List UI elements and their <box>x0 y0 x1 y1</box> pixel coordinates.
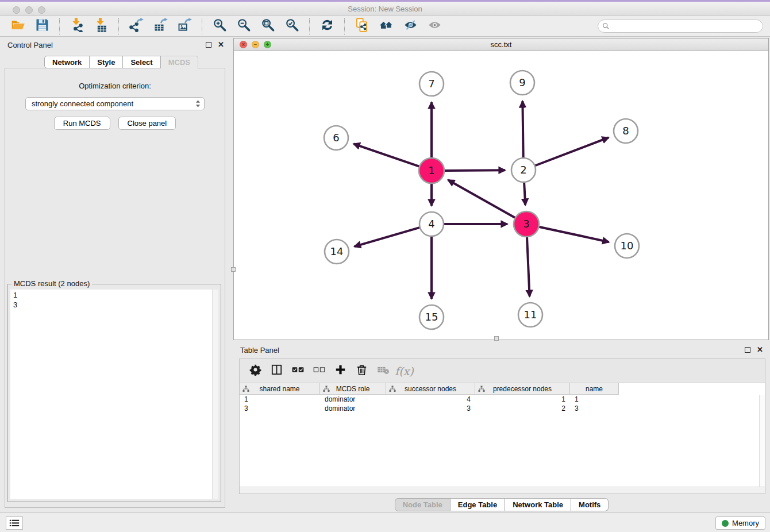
tab-network[interactable]: Network <box>44 56 90 68</box>
tab-node-table[interactable]: Node Table <box>395 498 451 511</box>
cell-successor-nodes: 3 <box>386 404 475 413</box>
select-all-button[interactable] <box>287 363 309 380</box>
column-header-predecessor-nodes[interactable]: predecessor nodes <box>475 383 570 395</box>
graph-node-10[interactable]: 10 <box>615 234 639 258</box>
column-label: MCDS role <box>336 385 370 393</box>
graph-edge-3-1[interactable] <box>448 180 515 218</box>
splitter-handle-left[interactable] <box>231 267 236 272</box>
table-vertical-scrollbar[interactable] <box>759 395 765 487</box>
memory-button[interactable]: Memory <box>715 516 765 530</box>
network-canvas[interactable]: 7968124314101511 <box>234 51 768 340</box>
graph-edge-3-10[interactable] <box>539 227 609 242</box>
mcds-result-text[interactable]: 1 3 <box>10 290 218 499</box>
column-view-button[interactable] <box>266 363 287 380</box>
graph-edge-2-3[interactable] <box>524 182 525 205</box>
delete-column-button[interactable] <box>351 363 372 380</box>
save-session-button[interactable] <box>32 18 52 35</box>
float-panel-icon[interactable] <box>206 42 211 48</box>
add-column-icon <box>334 364 346 378</box>
svg-text:9: 9 <box>519 76 525 88</box>
network-close-icon[interactable]: × <box>240 41 247 48</box>
export-network-button[interactable] <box>126 18 146 35</box>
column-label: predecessor nodes <box>493 385 552 393</box>
run-mcds-button[interactable]: Run MCDS <box>54 117 110 130</box>
close-panel-icon[interactable]: ✕ <box>218 42 224 48</box>
app-title: Session: New Session <box>0 2 770 17</box>
export-table-button[interactable] <box>151 18 170 35</box>
show-all-networks-button[interactable] <box>376 18 396 35</box>
add-column-button[interactable] <box>330 363 351 380</box>
graph-edge-1-2[interactable] <box>444 170 505 171</box>
zoom-fit-button[interactable] <box>258 18 278 35</box>
column-view-icon <box>271 364 283 378</box>
optimization-criterion-label: Optimization criterion: <box>5 82 225 90</box>
tab-network-table[interactable]: Network Table <box>505 498 571 511</box>
control-panel-title: Control Panel <box>7 41 53 49</box>
graph-node-9[interactable]: 9 <box>510 71 534 95</box>
graph-node-8[interactable]: 8 <box>614 119 638 143</box>
column-label: name <box>586 385 603 393</box>
graph-edge-2-8[interactable] <box>535 137 609 165</box>
search-icon <box>602 22 610 30</box>
graph-edge-2-9[interactable] <box>522 101 523 158</box>
open-file-button[interactable] <box>8 18 28 35</box>
search-box[interactable] <box>598 20 763 33</box>
tab-motifs[interactable]: Motifs <box>571 498 609 511</box>
close-panel-button[interactable]: Close panel <box>118 117 176 130</box>
import-network-button[interactable] <box>67 18 87 35</box>
graph-node-7[interactable]: 7 <box>419 72 444 96</box>
graph-node-6[interactable]: 6 <box>324 126 348 150</box>
search-input[interactable] <box>610 22 763 30</box>
duplicate-network-icon <box>355 18 369 34</box>
splitter-handle-bottom[interactable] <box>494 336 499 341</box>
network-maximize-icon[interactable]: + <box>264 41 271 48</box>
hide-selected-button[interactable] <box>401 18 420 35</box>
zoom-in-button[interactable] <box>210 18 229 35</box>
window-minimize-button[interactable] <box>25 6 33 14</box>
window-close-button[interactable] <box>13 6 20 14</box>
graph-edge-4-14[interactable] <box>355 228 420 246</box>
network-minimize-icon[interactable]: − <box>252 41 259 48</box>
column-namespace-icon <box>242 385 249 392</box>
column-label: successor nodes <box>405 385 456 393</box>
export-image-button[interactable] <box>175 18 194 35</box>
column-header-successor-nodes[interactable]: successor nodes <box>386 383 475 395</box>
mcds-result-scrollbar[interactable] <box>212 290 218 499</box>
table-row[interactable]: 1dominator411 <box>240 395 765 404</box>
float-table-panel-icon[interactable] <box>745 347 750 353</box>
tab-edge-table[interactable]: Edge Table <box>451 498 505 511</box>
deselect-all-button[interactable] <box>309 363 330 380</box>
close-table-panel-icon[interactable]: ✕ <box>757 347 763 353</box>
graph-node-1[interactable]: 1 <box>419 158 444 183</box>
column-header-name[interactable]: name <box>570 383 619 395</box>
graph-edge-3-11[interactable] <box>527 237 530 296</box>
tab-style[interactable]: Style <box>90 56 123 68</box>
column-header-shared-name[interactable]: shared name <box>240 383 320 395</box>
tab-select[interactable]: Select <box>123 56 160 68</box>
cell-mcds-role: dominator <box>320 404 386 413</box>
window-zoom-button[interactable] <box>38 6 45 14</box>
graph-node-4[interactable]: 4 <box>419 212 444 236</box>
optimization-criterion-select[interactable]: strongly connected component <box>25 97 205 110</box>
graph-node-11[interactable]: 11 <box>518 303 542 327</box>
graph-edge-1-6[interactable] <box>353 144 419 167</box>
graph-node-14[interactable]: 14 <box>325 240 349 264</box>
status-bar: Memory <box>0 512 770 532</box>
tab-mcds[interactable]: MCDS <box>161 56 198 69</box>
open-file-icon <box>11 18 25 34</box>
graph-node-3[interactable]: 3 <box>514 211 539 237</box>
table-row[interactable]: 3dominator323 <box>240 404 765 413</box>
task-history-button[interactable] <box>6 516 23 530</box>
zoom-selected-button[interactable] <box>282 18 302 35</box>
zoom-out-button[interactable] <box>234 18 253 35</box>
graph-node-2[interactable]: 2 <box>511 158 536 182</box>
duplicate-network-button[interactable] <box>352 18 372 35</box>
table-horizontal-scrollbar[interactable] <box>240 487 765 494</box>
settings-button[interactable] <box>245 363 266 380</box>
graph-node-15[interactable]: 15 <box>419 305 444 329</box>
apply-layout-button[interactable] <box>317 18 337 35</box>
cell-shared-name: 1 <box>240 395 320 403</box>
show-hidden-button <box>425 18 444 35</box>
column-header-mcds-role[interactable]: MCDS role <box>320 383 386 395</box>
import-table-button[interactable] <box>91 18 111 35</box>
